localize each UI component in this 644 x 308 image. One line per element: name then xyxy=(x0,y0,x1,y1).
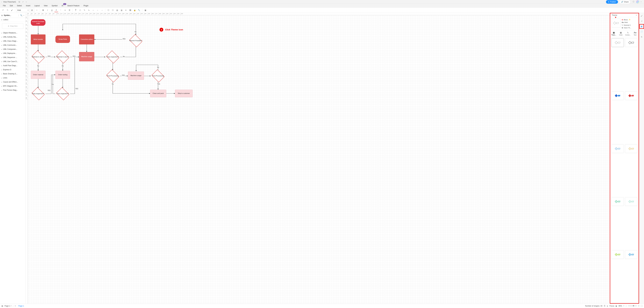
menu-select[interactable]: Select xyxy=(17,5,22,7)
presenter-icon[interactable]: ▶ xyxy=(616,305,617,307)
share-button[interactable]: 🔗 Share xyxy=(619,0,630,4)
focus-label[interactable]: Focus xyxy=(610,305,614,307)
redo-icon[interactable]: ↷ xyxy=(6,8,9,12)
theme-swatch[interactable] xyxy=(625,144,638,153)
add-page-icon[interactable]: + xyxy=(15,305,16,307)
page-tab[interactable]: Page-1 xyxy=(17,305,25,307)
menu-search-feature[interactable]: Search Feature xyxy=(68,5,80,7)
zoom-out-icon[interactable]: − xyxy=(626,305,626,307)
close-icon[interactable]: ✕ xyxy=(636,14,637,16)
menu-layout[interactable]: Layout xyxy=(34,5,40,7)
shape-decision[interactable]: Post Processing xyxy=(106,70,120,82)
theme-swatch[interactable] xyxy=(612,144,624,153)
connector-icon[interactable]: ↳ xyxy=(87,8,91,12)
category-item[interactable]: Audit Flow Diagr... xyxy=(0,63,26,68)
menu-file[interactable]: File xyxy=(3,5,6,7)
menu-view[interactable]: View xyxy=(44,5,48,7)
font-color-icon[interactable]: A xyxy=(54,8,58,12)
category-item[interactable]: UML Componen... xyxy=(0,47,26,51)
shape-decision[interactable]: Post Processing xyxy=(151,70,165,82)
page-icon[interactable]: 📄 xyxy=(640,30,643,33)
category-item[interactable]: UML Use Case D... xyxy=(0,59,26,63)
theme-swatch[interactable] xyxy=(625,250,638,259)
shape-process[interactable]: Clean and pack xyxy=(150,90,166,97)
shape-decision[interactable]: Pass inspection? xyxy=(106,51,120,63)
font-size-dropdown-icon[interactable]: ▾ xyxy=(35,8,39,12)
align-icon[interactable]: ≡ xyxy=(63,8,67,12)
tab-text[interactable]: AaText xyxy=(632,30,639,37)
effects-icon[interactable]: ✦ xyxy=(124,8,128,12)
category-item[interactable]: UML Communic... xyxy=(0,43,26,47)
ungroup-icon[interactable]: ☐ xyxy=(111,8,114,12)
menu-edit[interactable]: Edit xyxy=(10,5,13,7)
canvas[interactable]: Submit Purchase order Write traveler Scr… xyxy=(28,15,610,304)
arrow-end-icon[interactable]: → xyxy=(100,8,104,12)
fill-icon[interactable]: ⬠ xyxy=(78,8,82,12)
table-icon[interactable]: ▦ xyxy=(144,8,147,12)
tab-connector[interactable]: ↳Conne... xyxy=(624,30,632,37)
theme-swatch[interactable] xyxy=(612,91,624,100)
help-icon[interactable]: ⓘ xyxy=(632,1,635,3)
lock-icon[interactable]: 🔒 xyxy=(133,8,136,12)
filter-icon[interactable]: ⋮ xyxy=(18,14,19,16)
category-item[interactable]: UML Class Diagr... xyxy=(0,39,26,43)
underline-icon[interactable]: U xyxy=(50,8,54,12)
drag-here-zone[interactable]: ⊕ Drag Here xyxy=(2,23,24,29)
zoom-value[interactable]: 85% xyxy=(618,305,622,307)
format-painter-icon[interactable]: 🖌 xyxy=(10,8,14,12)
clear-format-icon[interactable]: T xyxy=(59,8,62,12)
export-icon[interactable]: ↗ xyxy=(640,19,643,23)
shape-decision[interactable]: Rework Possible? xyxy=(128,35,143,46)
search-library-icon[interactable]: 🔍 xyxy=(20,14,22,16)
italic-icon[interactable]: I xyxy=(46,8,50,12)
avatar[interactable] xyxy=(636,0,639,3)
arrow-start-icon[interactable]: ← xyxy=(96,8,100,12)
focus-target-icon[interactable]: ⧈ xyxy=(607,305,608,307)
collapse-panel-icon[interactable]: « xyxy=(23,14,24,16)
category-item[interactable]: UML Deployme... xyxy=(0,51,26,55)
shape-process[interactable]: Scrap Parts xyxy=(56,36,70,43)
zoom-slider[interactable] xyxy=(628,306,637,306)
valign-icon[interactable]: ☰ xyxy=(68,8,71,12)
save-theme-row[interactable]: 🖫Save Th... xyxy=(622,27,637,29)
menu-plugin[interactable]: Plugin xyxy=(84,5,88,7)
theme-swatch[interactable] xyxy=(612,250,624,259)
star-icon[interactable]: ☆ xyxy=(25,1,28,3)
shape-process[interactable]: Machine usage xyxy=(128,71,144,80)
theme-swatch[interactable] xyxy=(612,38,624,47)
align-tool-icon[interactable]: ▤ xyxy=(115,8,119,12)
theme-icon[interactable]: ▦ xyxy=(640,25,643,28)
shape-decision[interactable]: Pass inspection? xyxy=(31,88,46,100)
line-style-icon[interactable]: ─ xyxy=(91,8,95,12)
category-item[interactable]: Five Forces Diag... xyxy=(0,88,26,92)
category-item[interactable]: Lines xyxy=(0,76,26,80)
outline-icon[interactable]: ▤ xyxy=(2,305,3,307)
shape-decision[interactable]: Pass inspection? xyxy=(56,88,70,100)
theme-font-row[interactable]: AaArial xyxy=(622,21,637,23)
fullscreen-icon[interactable]: ⛶ xyxy=(641,305,642,307)
page-select[interactable]: Page-1 ▾ xyxy=(4,305,12,307)
text-tool-icon[interactable]: T xyxy=(74,8,78,12)
tools-icon[interactable]: 🔧 xyxy=(137,8,141,12)
shape-process[interactable]: Machine usage xyxy=(79,52,94,61)
publish-button[interactable]: ➤ Publish xyxy=(606,0,618,4)
layers-icon[interactable]: ☶ xyxy=(604,305,606,307)
menu-ai[interactable]: AI hot xyxy=(62,5,63,7)
shape-process[interactable]: Corrective action xyxy=(79,34,94,44)
tab-color[interactable]: ▦Color xyxy=(618,30,624,37)
theme-name-row[interactable]: ▦Bloss✨ xyxy=(622,19,637,20)
shape-process[interactable]: Order tooling xyxy=(56,71,70,79)
distribute-icon[interactable]: ▥ xyxy=(120,8,124,12)
category-item[interactable]: Express-G xyxy=(0,68,26,72)
external-icon[interactable]: ↗ xyxy=(22,1,24,3)
tab-theme[interactable]: ▦Them... ➤ xyxy=(610,30,618,37)
shape-terminator[interactable]: Submit Purchase order xyxy=(31,19,46,26)
save-icon[interactable]: 🖫 xyxy=(18,1,20,3)
shape-process[interactable]: Ship to customer xyxy=(175,90,192,97)
font-size-select[interactable]: 12 xyxy=(30,8,34,12)
theme-swatch[interactable] xyxy=(625,197,638,206)
undo-icon[interactable]: ↶ xyxy=(1,8,5,12)
avatar-dropdown-icon[interactable]: ▾ xyxy=(640,1,642,3)
bold-icon[interactable]: B xyxy=(41,8,45,12)
history-icon[interactable]: ↻ xyxy=(640,35,643,38)
